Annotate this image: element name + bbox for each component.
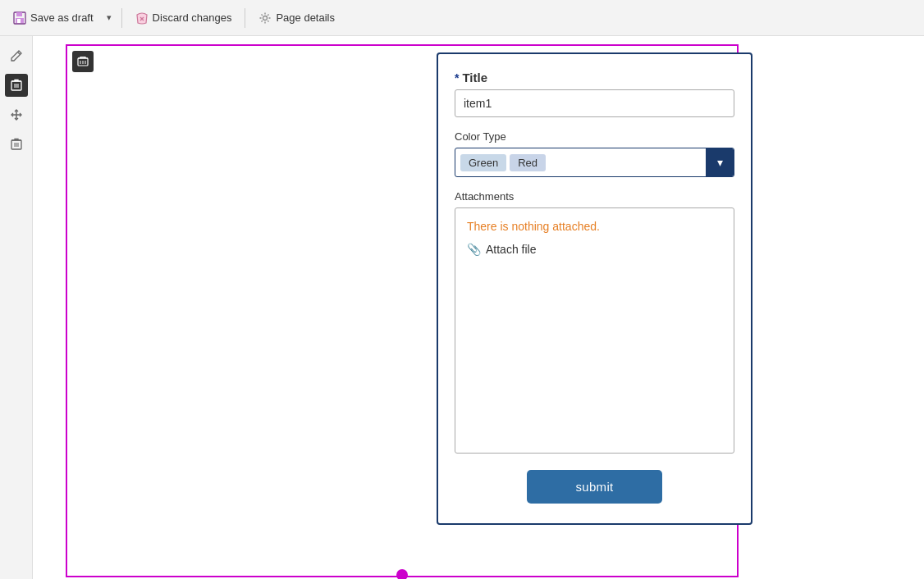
toolbar-divider-1 <box>121 8 122 28</box>
color-type-field-group: Color Type Green Red ▾ <box>455 130 734 177</box>
title-field-group: * Title <box>455 71 734 117</box>
page-resize-handle[interactable] <box>396 569 408 579</box>
title-input[interactable] <box>455 89 734 117</box>
attachments-field-group: Attachments There is nothing attached. 📎… <box>455 190 734 454</box>
save-draft-label: Save as draft <box>30 11 94 24</box>
attach-file-label: Attach file <box>486 243 536 256</box>
selected-block-indicator <box>72 51 94 72</box>
color-tag-green: Green <box>460 154 506 171</box>
discard-icon <box>135 11 149 25</box>
trash-active-icon <box>11 79 22 92</box>
svg-rect-1 <box>16 12 22 16</box>
trash-tool-button[interactable] <box>5 133 28 156</box>
save-draft-button[interactable]: Save as draft <box>7 7 100 29</box>
title-required-marker: * <box>455 71 459 84</box>
chevron-down-icon: ▾ <box>717 156 723 169</box>
discard-label: Discard changes <box>153 11 232 24</box>
color-type-select[interactable]: Green Red ▾ <box>455 148 734 177</box>
color-type-dropdown-button[interactable]: ▾ <box>706 148 734 176</box>
submit-section: submit <box>455 470 734 504</box>
paperclip-icon: 📎 <box>467 243 481 256</box>
toolbar: Save as draft ▾ Discard changes Page det… <box>0 0 924 36</box>
delete-tool-button[interactable] <box>5 74 28 97</box>
save-draft-chevron[interactable]: ▾ <box>103 8 115 27</box>
toolbar-divider-2 <box>245 8 245 28</box>
color-type-label-text: Color Type <box>455 130 506 143</box>
trash-icon <box>11 138 22 151</box>
nothing-attached-text: There is nothing attached. <box>467 220 722 233</box>
title-label: * Title <box>455 71 734 84</box>
svg-rect-3 <box>17 19 21 23</box>
move-tool-button[interactable] <box>5 103 28 126</box>
form-card: * Title Color Type Green Red <box>437 52 752 525</box>
submit-button[interactable]: submit <box>527 470 663 504</box>
title-label-text: Title <box>462 71 487 84</box>
pencil-icon <box>10 49 23 62</box>
attachments-box: There is nothing attached. 📎 Attach file <box>455 207 734 454</box>
discard-changes-button[interactable]: Discard changes <box>129 7 239 29</box>
canvas-area: * Title Color Type Green Red <box>33 36 924 579</box>
main-area: * Title Color Type Green Red <box>0 36 924 579</box>
page-container: * Title Color Type Green Red <box>66 44 739 577</box>
move-icon <box>10 108 23 121</box>
page-details-label: Page details <box>276 11 335 24</box>
color-tag-red: Red <box>510 154 546 171</box>
svg-point-4 <box>263 16 268 20</box>
page-details-button[interactable]: Page details <box>252 7 341 29</box>
settings-icon <box>258 11 272 25</box>
attach-file-button[interactable]: 📎 Attach file <box>467 243 536 256</box>
color-type-tags-container: Green Red <box>455 148 706 176</box>
block-icon <box>77 56 89 67</box>
color-type-label: Color Type <box>455 130 734 143</box>
edit-tool-button[interactable] <box>5 44 28 67</box>
attachments-label: Attachments <box>455 190 734 203</box>
save-icon <box>13 11 26 25</box>
left-sidebar <box>0 36 33 579</box>
